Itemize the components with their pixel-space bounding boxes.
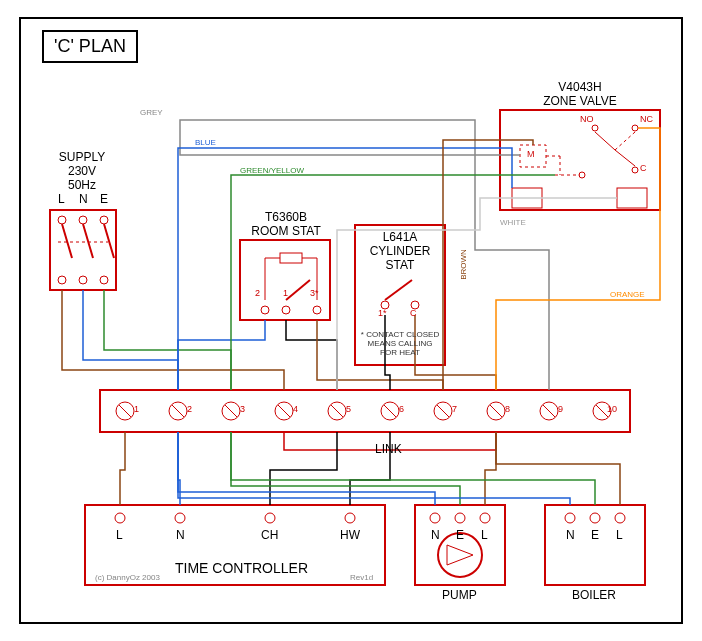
cyl-stat-title: L641A CYLINDER STAT xyxy=(355,230,445,272)
room-stat-title: T6360BROOM STAT xyxy=(236,210,336,238)
strip-1: 1 xyxy=(134,404,139,414)
supply-l: L xyxy=(58,192,65,206)
zv-no: NO xyxy=(580,114,594,124)
revision: Rev1d xyxy=(350,573,373,582)
strip-9: 9 xyxy=(558,404,563,414)
wire-white: WHITE xyxy=(500,218,526,227)
wire-orange: ORANGE xyxy=(610,290,645,299)
plan-title: 'C' PLAN xyxy=(42,30,138,63)
strip-link: LINK xyxy=(375,442,402,456)
wire-brown: BROWN xyxy=(459,249,468,280)
tc-hw: HW xyxy=(340,528,360,542)
zv-m: M xyxy=(527,149,535,159)
pump-l: L xyxy=(481,528,488,542)
tc-ch: CH xyxy=(261,528,278,542)
wire-grey: GREY xyxy=(140,108,163,117)
tc-title: TIME CONTROLLER xyxy=(175,560,308,576)
zone-valve-title: V4043HZONE VALVE xyxy=(530,80,630,108)
supply-n: N xyxy=(79,192,88,206)
rs-t2: 2 xyxy=(255,288,260,298)
strip-8: 8 xyxy=(505,404,510,414)
tc-n: N xyxy=(176,528,185,542)
strip-6: 6 xyxy=(399,404,404,414)
tc-l: L xyxy=(116,528,123,542)
pump-e: E xyxy=(456,528,464,542)
strip-5: 5 xyxy=(346,404,351,414)
strip-3: 3 xyxy=(240,404,245,414)
zv-c: C xyxy=(640,163,647,173)
boiler-e: E xyxy=(591,528,599,542)
zv-nc: NC xyxy=(640,114,653,124)
cyl-note: * CONTACT CLOSED MEANS CALLING FOR HEAT xyxy=(358,330,442,357)
wire-gy: GREEN/YELLOW xyxy=(240,166,304,175)
rs-t3: 3* xyxy=(310,288,319,298)
boiler-n: N xyxy=(566,528,575,542)
cyl-tc: C xyxy=(410,308,417,318)
strip-4: 4 xyxy=(293,404,298,414)
strip-2: 2 xyxy=(187,404,192,414)
strip-10: 10 xyxy=(607,404,617,414)
wire-blue: BLUE xyxy=(195,138,216,147)
supply-title: SUPPLY 230V 50Hz xyxy=(52,150,112,192)
wiring-diagram: 'C' PLAN SUPPLY 230V 50Hz L N E T6360BRO… xyxy=(0,0,702,641)
copyright: (c) DannyOz 2003 xyxy=(95,573,160,582)
cyl-t1: 1* xyxy=(378,308,387,318)
boiler-l: L xyxy=(616,528,623,542)
rs-t1: 1 xyxy=(283,288,288,298)
supply-e: E xyxy=(100,192,108,206)
boiler-title: BOILER xyxy=(572,588,616,602)
pump-title: PUMP xyxy=(442,588,477,602)
pump-n: N xyxy=(431,528,440,542)
strip-7: 7 xyxy=(452,404,457,414)
